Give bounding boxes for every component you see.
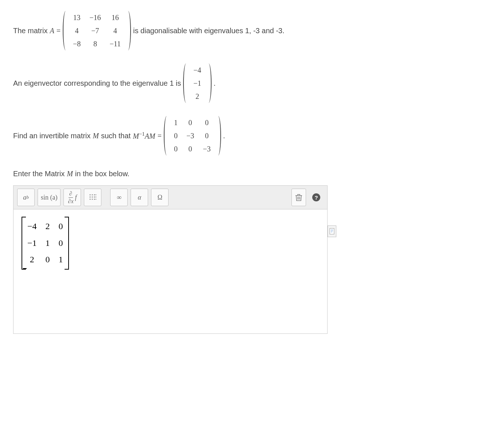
tool-help[interactable]: ? xyxy=(309,189,324,206)
text: such that xyxy=(101,131,131,141)
help-icon: ? xyxy=(312,193,320,201)
svg-point-2 xyxy=(94,194,95,195)
tool-matrix[interactable] xyxy=(84,189,101,206)
svg-point-0 xyxy=(90,194,91,195)
svg-point-6 xyxy=(94,196,95,197)
text: Find an invertible matrix xyxy=(13,131,90,141)
expand-icon xyxy=(329,228,334,235)
svg-point-10 xyxy=(94,198,95,200)
text: in the box below. xyxy=(75,169,129,179)
equals: = xyxy=(57,26,61,36)
tool-greek-lower[interactable]: α xyxy=(131,189,148,206)
diagonal-matrix: 100 0−30 00−3 xyxy=(164,116,221,155)
svg-point-1 xyxy=(92,194,93,195)
var-A: A xyxy=(50,26,54,36)
equation-editor: ab sin (a) ∂∂x f ∞ α Ω xyxy=(13,185,328,334)
tool-delete[interactable] xyxy=(291,189,306,206)
editor-toolbar: ab sin (a) ∂∂x f ∞ α Ω xyxy=(13,186,327,209)
svg-point-8 xyxy=(90,198,91,200)
tool-derivative[interactable]: ∂∂x f xyxy=(63,189,81,206)
svg-point-5 xyxy=(92,196,93,197)
svg-point-7 xyxy=(96,197,96,197)
svg-point-9 xyxy=(92,198,93,200)
period: . xyxy=(214,78,216,88)
svg-rect-12 xyxy=(330,228,334,234)
problem-line-2: An eigenvector corresponding to the eige… xyxy=(13,63,488,103)
tool-infinity[interactable]: ∞ xyxy=(110,189,128,206)
text: is diagonalisable with eigenvalues 1, -3… xyxy=(133,26,285,36)
svg-point-11 xyxy=(96,199,96,200)
var-M: M xyxy=(93,131,99,141)
matrix-A: 13−1616 4−74 −88−11 xyxy=(63,11,131,50)
trash-icon xyxy=(295,194,302,201)
answer-matrix[interactable]: −420 −110 201 xyxy=(22,217,69,270)
var-M: M xyxy=(67,169,73,179)
expand-editor-button[interactable] xyxy=(328,225,336,237)
tool-superscript[interactable]: ab xyxy=(17,189,35,206)
text: The matrix xyxy=(13,26,47,36)
problem-line-1: The matrix A = 13−1616 4−74 −88−11 is di… xyxy=(13,11,488,50)
problem-line-3: Find an invertible matrix M such that M−… xyxy=(13,116,488,155)
answer-input-area[interactable]: −420 −110 201 xyxy=(13,209,327,333)
instruction-line: Enter the Matrix M in the box below. xyxy=(13,169,488,179)
period: . xyxy=(223,131,225,141)
matrix-dots-icon xyxy=(89,194,96,201)
tool-trig[interactable]: sin (a) xyxy=(38,189,61,206)
text: Enter the Matrix xyxy=(13,169,65,179)
svg-point-4 xyxy=(90,196,91,197)
text: An eigenvector corresponding to the eige… xyxy=(13,78,181,88)
tool-greek-upper[interactable]: Ω xyxy=(151,189,169,206)
eigenvector: −4 −1 2 xyxy=(183,63,211,103)
svg-point-3 xyxy=(96,194,96,195)
equals: = xyxy=(158,131,162,141)
expr-MinvAM: M−1AM xyxy=(133,130,155,141)
